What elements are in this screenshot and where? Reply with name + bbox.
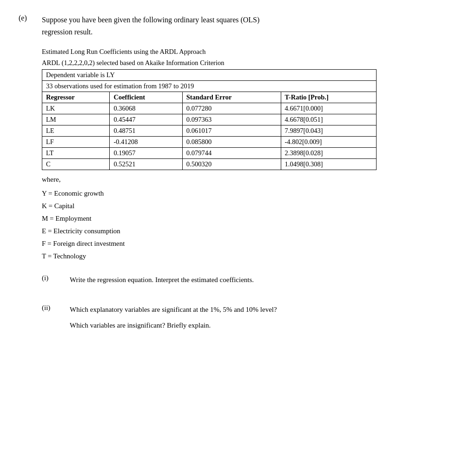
cell-c-t: 1.0498[0.308] [281,158,377,170]
sub-text-i: Write the regression equation. Interpret… [70,274,254,285]
col-header-coefficient: Coefficient [110,92,182,103]
cell-lf-reg: LF [42,136,110,147]
def-k: K = Capital [42,200,457,212]
cell-lm-coef: 0.45447 [110,114,182,125]
def-t: T = Technology [42,250,457,263]
cell-le-se: 0.061017 [182,125,281,136]
table-row: LM 0.45447 0.097363 4.6678[0.051] [42,114,377,125]
question-line1: Suppose you have been given the followin… [42,16,259,24]
cell-lm-reg: LM [42,114,110,125]
sub-question-ii-container: (ii) Which explanatory variables are sig… [42,304,457,331]
sub-label-ii: (ii) [42,304,60,312]
cell-lk-se: 0.077280 [182,103,281,114]
cell-lm-t: 4.6678[0.051] [281,114,377,125]
sub-label-i: (i) [42,274,60,282]
page-container: (e) Suppose you have been given the foll… [19,14,457,331]
question-header: (e) Suppose you have been given the foll… [19,14,457,38]
definitions-block: Y = Economic growth K = Capital M = Empl… [42,187,457,263]
cell-lk-reg: LK [42,103,110,114]
cell-lt-se: 0.079744 [182,147,281,158]
table-row: LK 0.36068 0.077280 4.6671[0.000] [42,103,377,114]
question-line2: regression result. [42,28,93,36]
col-header-regressor: Regressor [42,92,110,103]
question-text: Suppose you have been given the followin… [42,14,259,38]
dep-var-row: Dependent variable is LY [42,69,377,80]
def-f: F = Foreign direct investment [42,237,457,250]
table-row: LT 0.19057 0.079744 2.3898[0.028] [42,147,377,158]
regression-table: Dependent variable is LY 33 observations… [42,69,377,170]
cell-lk-coef: 0.36068 [110,103,182,114]
dep-var-cell: Dependent variable is LY [42,69,377,80]
table-row: C 0.52521 0.500320 1.0498[0.308] [42,158,377,170]
table-header-row: Regressor Coefficient Standard Error T-R… [42,92,377,103]
cell-lf-se: 0.085800 [182,136,281,147]
table-title-line2: ARDL (1,2,2,2,0,2) selected based on Aka… [42,58,457,68]
cell-lf-t: -4.802[0.009] [281,136,377,147]
cell-lt-reg: LT [42,147,110,158]
col-header-stderr: Standard Error [182,92,281,103]
def-m: M = Employment [42,212,457,225]
sub-text-ii-line1: Which explanatory variables are signific… [70,304,277,315]
question-label: (e) [19,14,33,22]
col-header-tratio: T-Ratio [Prob.] [281,92,377,103]
sub-question-i: (i) Write the regression equation. Inter… [42,274,457,285]
sub-ii-line2: Which variables are insignificant? Brief… [70,320,457,331]
cell-lt-t: 2.3898[0.028] [281,147,377,158]
content-section: Estimated Long Run Coefficients using th… [42,47,457,331]
def-e: E = Electricity consumption [42,225,457,237]
cell-c-reg: C [42,158,110,170]
cell-lt-coef: 0.19057 [110,147,182,158]
cell-c-se: 0.500320 [182,158,281,170]
cell-lf-coef: -0.41208 [110,136,182,147]
cell-le-t: 7.9897[0.043] [281,125,377,136]
obs-row: 33 observations used for estimation from… [42,80,377,92]
cell-le-reg: LE [42,125,110,136]
where-label: where, [42,176,457,184]
table-row: LE 0.48751 0.061017 7.9897[0.043] [42,125,377,136]
cell-le-coef: 0.48751 [110,125,182,136]
cell-lm-se: 0.097363 [182,114,281,125]
table-row: LF -0.41208 0.085800 -4.802[0.009] [42,136,377,147]
cell-c-coef: 0.52521 [110,158,182,170]
obs-cell: 33 observations used for estimation from… [42,80,377,92]
sub-question-ii: (ii) Which explanatory variables are sig… [42,304,457,315]
table-title-line1: Estimated Long Run Coefficients using th… [42,47,457,57]
def-y: Y = Economic growth [42,187,457,200]
cell-lk-t: 4.6671[0.000] [281,103,377,114]
